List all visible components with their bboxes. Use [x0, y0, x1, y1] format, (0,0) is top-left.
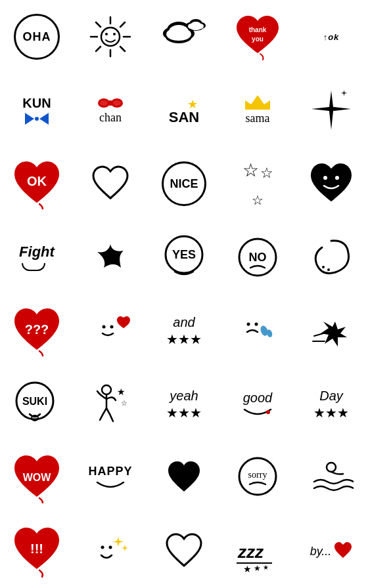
cell-small-black-heart[interactable] [147, 441, 221, 514]
svg-point-26 [190, 25, 202, 30]
svg-line-8 [120, 47, 125, 51]
swim-sticker [309, 455, 354, 500]
no-sticker: NO [234, 234, 281, 281]
yeah-text: yeah [170, 388, 198, 404]
cell-dance-stars[interactable]: ★ ☆ [74, 368, 147, 441]
svg-point-18 [168, 32, 190, 41]
cell-sun[interactable] [74, 0, 147, 74]
cell-sparkle[interactable] [294, 74, 368, 147]
nice-text: NICE [170, 177, 198, 191]
svg-text:OK: OK [27, 174, 47, 188]
cell-smile-heart[interactable] [74, 294, 147, 368]
question-face-sticker [310, 234, 353, 280]
cell-thank-you[interactable]: thank you [221, 0, 294, 74]
cell-qqq-heart[interactable]: ??? [0, 294, 74, 368]
yes-sticker: YES [160, 234, 208, 281]
cell-no[interactable]: NO [221, 220, 294, 294]
cell-whoosh[interactable] [294, 294, 368, 368]
svg-point-40 [323, 176, 327, 180]
cell-and-stars[interactable]: and ★★★ [147, 294, 221, 368]
sparkle-smile-sticker [88, 529, 133, 574]
cell-kun[interactable]: KUN [0, 74, 74, 147]
white-heart-icon [91, 164, 130, 203]
by-heart-icon [334, 542, 352, 560]
stars-outline-sticker: ☆ ☆ ☆ [238, 159, 277, 208]
cell-chan[interactable]: chan [74, 74, 147, 147]
exclaim-heart-sticker: !!! [11, 524, 62, 578]
svg-text:★: ★ [263, 564, 269, 571]
kun-sticker: KUN [22, 96, 51, 125]
qqq-heart-sticker: ??? [11, 305, 62, 356]
star1-icon: ☆ [242, 159, 259, 182]
sorry-sticker: sorry [234, 454, 281, 501]
swirl-star-icon [91, 238, 130, 277]
cell-white-heart-outline[interactable] [147, 514, 221, 588]
svg-text:★: ★ [254, 564, 261, 573]
cell-black-heart-smile[interactable] [294, 147, 368, 220]
cell-ok-heart[interactable]: OK [0, 147, 74, 220]
cell-zzz[interactable]: zzz ★ ★ ★ [221, 514, 294, 588]
cell-swim[interactable] [294, 441, 368, 514]
happy-text: HAPPY [88, 465, 132, 478]
cell-oha[interactable]: OHA [0, 0, 74, 74]
sama-text: sama [246, 112, 270, 125]
svg-text:you: you [252, 35, 264, 43]
cell-yeah-stars[interactable]: yeah ★★★ [147, 368, 221, 441]
cell-sparkle-smile[interactable] [74, 514, 147, 588]
star-yellow-icon: ★ [187, 97, 198, 112]
chan-sticker: chan [98, 96, 123, 125]
svg-text:SUKI: SUKI [22, 396, 47, 407]
cell-happy[interactable]: HAPPY [74, 441, 147, 514]
svg-point-68 [327, 463, 336, 472]
cell-sorry[interactable]: sorry [221, 441, 294, 514]
sama-sticker: sama [245, 95, 270, 125]
svg-text:sorry: sorry [248, 470, 267, 480]
svg-marker-37 [245, 95, 270, 110]
ok-heart-sticker: OK [11, 158, 62, 209]
fight-smile [22, 263, 45, 271]
cell-cry-face[interactable] [221, 294, 294, 368]
yeah-stars-sticker: yeah ★★★ [166, 388, 202, 421]
cell-exclaim-heart[interactable]: !!! [0, 514, 74, 588]
cell-yes[interactable]: YES [147, 220, 221, 294]
day-stars-sticker: Day ★★★ [313, 388, 349, 421]
good-smile-icon [243, 408, 272, 419]
svg-point-47 [327, 268, 330, 271]
cell-suki[interactable]: SUKI [0, 368, 74, 441]
svg-point-71 [109, 546, 112, 549]
fight-sticker: Fight [19, 243, 55, 271]
cell-stars-outline[interactable]: ☆ ☆ ☆ [221, 147, 294, 220]
whoosh-sticker [309, 308, 354, 353]
cell-clouds[interactable] [147, 0, 221, 74]
svg-line-10 [96, 47, 101, 51]
cell-good[interactable]: good [221, 368, 294, 441]
cell-fight[interactable]: Fight [0, 220, 74, 294]
fight-text: Fight [19, 243, 55, 261]
by-text: by... [310, 545, 332, 558]
cell-nice[interactable]: NICE [147, 147, 221, 220]
cell-white-heart[interactable] [74, 147, 147, 220]
cell-sama[interactable]: sama [221, 74, 294, 147]
thank-you-sticker: thank you [231, 10, 284, 63]
and-stars-icon: ★★★ [166, 331, 202, 347]
svg-text:WOW: WOW [23, 472, 52, 483]
good-text: good [243, 390, 273, 406]
kun-text: KUN [22, 96, 51, 111]
happy-smile-icon [96, 481, 125, 492]
cell-question-face[interactable] [294, 220, 368, 294]
oha-sticker: OHA [14, 14, 60, 60]
cell-wow[interactable]: WOW [0, 441, 74, 514]
cell-swirl[interactable] [74, 220, 147, 294]
cry-face-sticker [235, 308, 280, 353]
cell-san[interactable]: ★ SAN [147, 74, 221, 147]
svg-point-41 [335, 176, 339, 180]
cell-day[interactable]: Day ★★★ [294, 368, 368, 441]
bow-red-icon [98, 96, 123, 110]
svg-point-1 [105, 33, 108, 35]
svg-point-35 [100, 100, 108, 106]
black-heart-smile-sticker [308, 161, 354, 207]
cell-ok-fancy[interactable]: ↑ok [294, 0, 368, 74]
svg-text:zzz: zzz [237, 542, 264, 562]
cell-by[interactable]: by... [294, 514, 368, 588]
sun-icon [87, 14, 133, 60]
